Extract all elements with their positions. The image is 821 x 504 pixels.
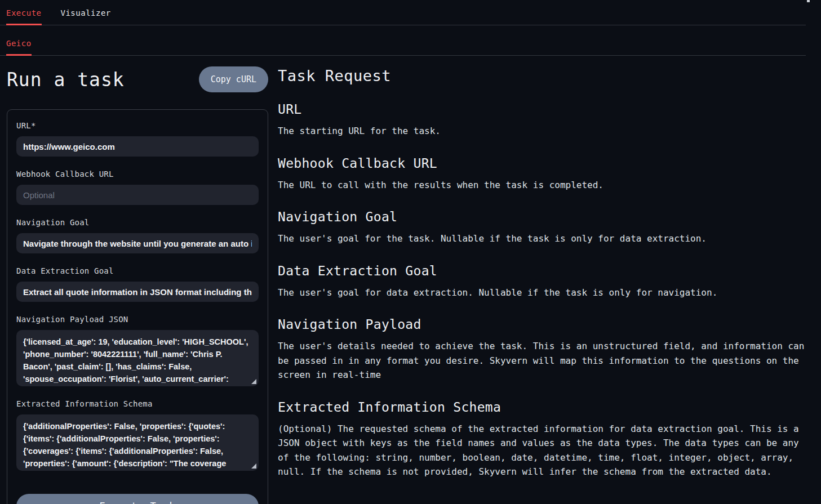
main-tab-bar: Execute Visualizer (0, 0, 806, 25)
webhook-field-group: Webhook Callback URL (16, 170, 259, 205)
scrollbar-thumb[interactable] (807, 0, 810, 2)
resize-handle-icon[interactable] (251, 463, 256, 469)
data-extraction-goal-field-group: Data Extraction Goal (16, 266, 259, 302)
navigation-payload-label: Navigation Payload JSON (16, 315, 259, 324)
data-extraction-goal-label: Data Extraction Goal (16, 266, 259, 275)
page-title: Run a task (7, 69, 125, 91)
doc-heading-webhook: Webhook Callback URL (278, 156, 806, 171)
doc-body-data-extraction-goal: The user's goal for data extraction. Nul… (278, 286, 806, 300)
execute-task-button[interactable]: Execute Task (16, 494, 259, 504)
docs-panel: Task Request URL The starting URL for th… (278, 56, 806, 479)
data-extraction-goal-input[interactable] (16, 282, 259, 302)
main-content: Run a task Copy cURL URL* Webhook Callba… (0, 56, 821, 504)
doc-body-navigation-payload: The user's details needed to achieve the… (278, 339, 806, 382)
copy-curl-button[interactable]: Copy cURL (199, 66, 268, 92)
extracted-schema-textarea[interactable]: {'additionalProperties': False, 'propert… (16, 414, 259, 471)
url-input[interactable] (16, 136, 259, 157)
docs-title: Task Request (278, 67, 806, 84)
doc-heading-extracted-schema: Extracted Information Schema (278, 400, 806, 414)
webhook-input[interactable] (16, 185, 259, 205)
extracted-schema-wrapper: {'additionalProperties': False, 'propert… (16, 414, 259, 471)
doc-body-navigation-goal: The user's goal for the task. Nullable i… (278, 231, 806, 246)
doc-heading-data-extraction-goal: Data Extraction Goal (278, 264, 806, 278)
url-field-group: URL* (16, 121, 259, 157)
navigation-goal-input[interactable] (16, 233, 259, 253)
tab-visualizer[interactable]: Visualizer (61, 8, 111, 25)
navigation-payload-textarea[interactable]: {'licensed_at_age': 19, 'education_level… (16, 330, 259, 386)
navigation-goal-field-group: Navigation Goal (16, 218, 259, 253)
subtab-geico[interactable]: Geico (6, 39, 32, 55)
task-form-panel: Run a task Copy cURL URL* Webhook Callba… (7, 56, 268, 504)
doc-body-url: The starting URL for the task. (278, 124, 806, 139)
resize-handle-icon[interactable] (251, 379, 256, 384)
doc-body-extracted-schema: (Optional) The requested schema of the e… (278, 422, 806, 479)
tab-execute[interactable]: Execute (6, 8, 42, 25)
navigation-payload-field-group: Navigation Payload JSON {'licensed_at_ag… (16, 315, 259, 386)
doc-heading-navigation-payload: Navigation Payload (278, 317, 806, 332)
navigation-goal-label: Navigation Goal (16, 218, 259, 227)
form-header: Run a task Copy cURL (7, 66, 268, 92)
doc-heading-url: URL (278, 102, 806, 117)
webhook-label: Webhook Callback URL (16, 170, 259, 179)
task-form-card: URL* Webhook Callback URL Navigation Goa… (7, 109, 268, 504)
extracted-schema-field-group: Extracted Information Schema {'additiona… (16, 399, 259, 471)
sub-tab-bar: Geico (0, 25, 806, 56)
extracted-schema-label: Extracted Information Schema (16, 399, 259, 408)
navigation-payload-wrapper: {'licensed_at_age': 19, 'education_level… (16, 330, 259, 386)
doc-heading-navigation-goal: Navigation Goal (278, 209, 806, 224)
doc-body-webhook: The URL to call with the results when th… (278, 178, 806, 193)
url-label: URL* (16, 121, 259, 130)
